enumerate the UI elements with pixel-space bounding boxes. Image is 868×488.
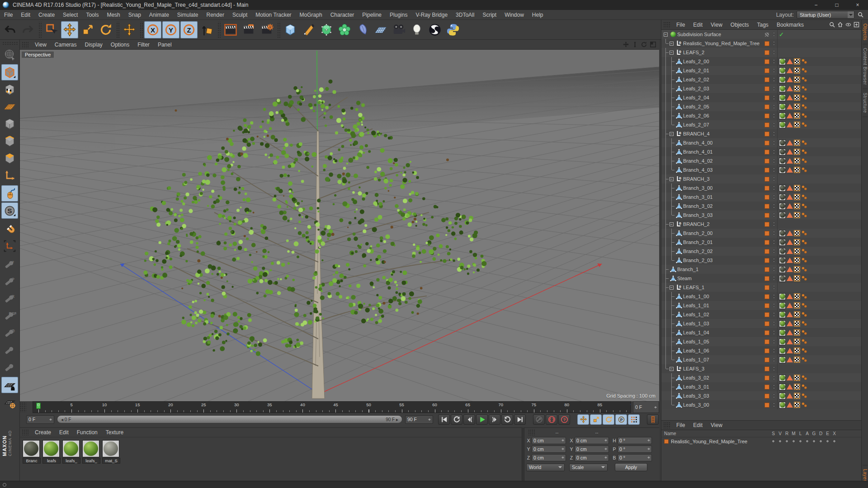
visibility-dots[interactable]	[770, 150, 777, 154]
phong-tag-icon[interactable]	[787, 375, 793, 380]
object-row[interactable]: Leafs_1_00	[661, 292, 861, 301]
layer-toggle-d[interactable]	[817, 440, 824, 443]
layer-toggle-e[interactable]	[824, 440, 831, 443]
layer-color-swatch[interactable]	[764, 330, 769, 335]
uvw-tag-icon[interactable]	[794, 239, 800, 245]
compositing-tag-icon[interactable]	[801, 339, 808, 344]
rotation-input[interactable]: 0 °	[618, 446, 652, 453]
coord-system-button[interactable]	[198, 21, 216, 38]
layer-color-swatch[interactable]	[764, 86, 769, 91]
lock-x-button[interactable]: X	[144, 21, 161, 38]
layer-color-swatch[interactable]	[764, 366, 769, 371]
add-scene-object-button[interactable]	[354, 21, 371, 38]
menu-3dtoall[interactable]: 3DToAll	[452, 11, 478, 19]
eye-icon[interactable]	[844, 21, 852, 29]
points-mode-button[interactable]	[1, 116, 18, 132]
visibility-dots[interactable]	[770, 276, 777, 281]
object-row[interactable]: Branch_3_00	[661, 183, 861, 192]
layer-color-swatch[interactable]	[764, 276, 769, 281]
key-psr-button[interactable]: PSR	[1, 307, 18, 324]
layer-color-swatch[interactable]	[764, 41, 769, 46]
menu-select[interactable]: Select	[59, 11, 82, 19]
sketch-shader-button[interactable]	[426, 21, 443, 38]
texture-tag-icon[interactable]	[779, 67, 786, 74]
menu-mesh[interactable]: Mesh	[103, 11, 124, 19]
texture-tag-icon[interactable]	[779, 58, 786, 65]
menu-window[interactable]: Window	[500, 11, 528, 19]
visibility-dots[interactable]	[770, 240, 777, 244]
uvw-tag-icon[interactable]	[794, 338, 800, 345]
visibility-dots[interactable]	[770, 68, 777, 73]
stepper-icon[interactable]	[647, 446, 650, 451]
uvw-tag-icon[interactable]	[794, 158, 800, 164]
uvw-tag-icon[interactable]	[794, 320, 800, 327]
texture-tag-icon[interactable]	[779, 194, 786, 201]
menu-snap[interactable]: Snap	[124, 11, 145, 19]
expander-icon[interactable]: −	[664, 33, 668, 37]
phong-tag-icon[interactable]	[787, 357, 793, 362]
model-mode-button[interactable]	[1, 81, 18, 98]
object-row[interactable]: Leafs_2_01	[661, 66, 861, 75]
visibility-dots[interactable]	[770, 122, 777, 127]
add-light-button[interactable]	[408, 21, 425, 38]
texture-mode-button[interactable]	[1, 99, 18, 115]
add-camera-button[interactable]	[390, 21, 407, 38]
layer-toggle-x[interactable]	[831, 440, 838, 443]
layer-color-swatch[interactable]	[764, 195, 769, 200]
phong-tag-icon[interactable]	[787, 203, 793, 209]
uvw-tag-icon[interactable]	[794, 293, 800, 300]
object-row[interactable]: Steam	[661, 274, 861, 283]
texture-tag-icon[interactable]	[779, 393, 786, 399]
layer-color-swatch[interactable]	[664, 439, 669, 444]
object-row[interactable]: Branch_4_01	[661, 147, 861, 156]
menu-file[interactable]: File	[0, 11, 17, 19]
texture-tag-icon[interactable]	[779, 357, 786, 363]
compositing-tag-icon[interactable]	[801, 68, 808, 73]
object-row[interactable]: Leafs_1_04	[661, 328, 861, 337]
menu-tools[interactable]: Tools	[82, 11, 103, 19]
object-row[interactable]: Branch_2_02	[661, 247, 861, 256]
object-row[interactable]: −0BRANCH_4	[661, 129, 861, 138]
texture-tag-icon[interactable]	[779, 275, 786, 282]
key-p-button[interactable]: P	[1, 273, 18, 289]
texture-tag-icon[interactable]	[779, 212, 786, 219]
move-button[interactable]	[61, 21, 78, 38]
phong-tag-icon[interactable]	[787, 95, 793, 100]
panel-grip[interactable]	[663, 22, 670, 28]
object-row[interactable]: Leafs_2_04	[661, 93, 861, 102]
visibility-dots[interactable]	[770, 357, 777, 362]
panel-grip[interactable]	[22, 429, 29, 436]
play-button[interactable]	[476, 414, 488, 425]
object-row[interactable]: Leafs_3_02	[661, 373, 861, 382]
phong-tag-icon[interactable]	[787, 149, 793, 155]
layer-toggle-m[interactable]	[790, 440, 797, 443]
current-frame-box[interactable]: 0 F	[633, 401, 659, 413]
uvw-tag-icon[interactable]	[794, 375, 800, 381]
visibility-dots[interactable]	[770, 249, 777, 253]
materials-menu-function[interactable]: Function	[73, 428, 102, 436]
uvw-tag-icon[interactable]	[794, 194, 800, 200]
menu-character[interactable]: Character	[326, 11, 359, 19]
menu-render[interactable]: Render	[203, 11, 228, 19]
layer-color-swatch[interactable]	[764, 403, 769, 408]
texture-tag-icon[interactable]	[779, 230, 786, 237]
layer-color-swatch[interactable]	[764, 240, 769, 245]
layer-color-swatch[interactable]	[764, 258, 769, 263]
key-selection-button[interactable]	[628, 414, 640, 425]
object-row[interactable]: Leafs_1_05	[661, 337, 861, 346]
key-at-button[interactable]: @	[1, 324, 18, 341]
uvw-tag-icon[interactable]	[794, 402, 800, 408]
texture-tag-icon[interactable]	[779, 167, 786, 174]
object-row[interactable]: Leafs_2_00	[661, 57, 861, 66]
phong-tag-icon[interactable]	[787, 239, 793, 245]
expander-icon[interactable]: −	[670, 177, 674, 181]
uvw-tag-icon[interactable]	[794, 140, 800, 146]
object-row[interactable]: Branch_1	[661, 265, 861, 274]
texture-tag-icon[interactable]	[779, 311, 786, 318]
object-row[interactable]: Leafs_3_03	[661, 391, 861, 400]
texture-tag-icon[interactable]	[779, 384, 786, 390]
stepper-icon[interactable]	[654, 405, 657, 410]
object-row[interactable]: Leafs_1_03	[661, 319, 861, 328]
key-pair-button[interactable]	[1, 342, 18, 358]
object-row[interactable]: Leafs_2_03	[661, 84, 861, 93]
